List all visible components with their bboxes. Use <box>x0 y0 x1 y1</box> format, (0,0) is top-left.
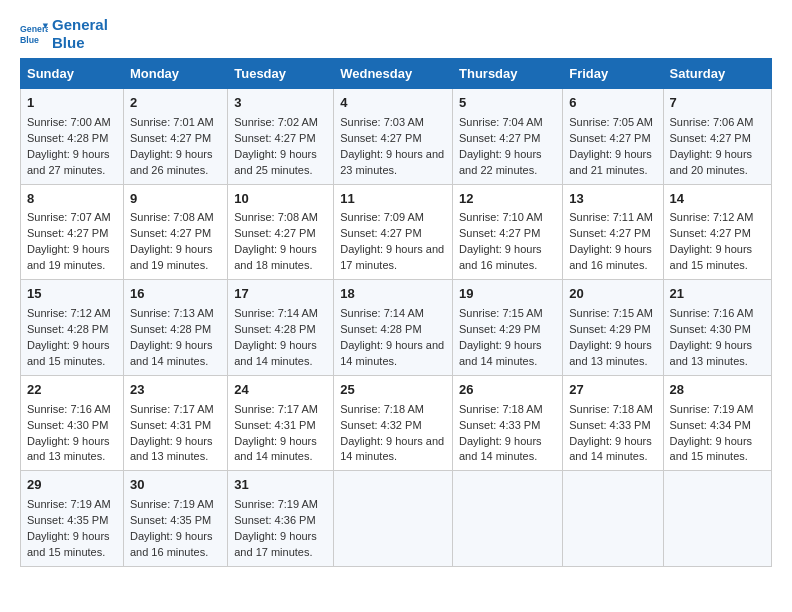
day-number: 29 <box>27 476 117 495</box>
logo: General Blue General Blue <box>20 16 108 52</box>
svg-text:Blue: Blue <box>20 35 39 45</box>
calendar-cell: 19Sunrise: 7:15 AMSunset: 4:29 PMDayligh… <box>453 280 563 376</box>
day-number: 3 <box>234 94 327 113</box>
daylight-label: Daylight: 9 hours and 16 minutes. <box>569 243 652 271</box>
sunset-label: Sunset: 4:28 PM <box>130 323 211 335</box>
sunset-label: Sunset: 4:27 PM <box>569 227 650 239</box>
col-header-thursday: Thursday <box>453 59 563 89</box>
day-number: 19 <box>459 285 556 304</box>
sunset-label: Sunset: 4:27 PM <box>130 227 211 239</box>
calendar-cell: 7Sunrise: 7:06 AMSunset: 4:27 PMDaylight… <box>663 89 771 185</box>
header: General Blue General Blue <box>20 16 772 52</box>
calendar-cell: 20Sunrise: 7:15 AMSunset: 4:29 PMDayligh… <box>563 280 663 376</box>
day-number: 27 <box>569 381 656 400</box>
calendar-table: SundayMondayTuesdayWednesdayThursdayFrid… <box>20 58 772 567</box>
sunrise-label: Sunrise: 7:16 AM <box>670 307 754 319</box>
sunset-label: Sunset: 4:27 PM <box>569 132 650 144</box>
day-number: 14 <box>670 190 765 209</box>
day-number: 9 <box>130 190 221 209</box>
daylight-label: Daylight: 9 hours and 22 minutes. <box>459 148 542 176</box>
sunset-label: Sunset: 4:35 PM <box>130 514 211 526</box>
calendar-cell: 1Sunrise: 7:00 AMSunset: 4:28 PMDaylight… <box>21 89 124 185</box>
sunrise-label: Sunrise: 7:09 AM <box>340 211 424 223</box>
day-number: 26 <box>459 381 556 400</box>
sunset-label: Sunset: 4:27 PM <box>670 132 751 144</box>
daylight-label: Daylight: 9 hours and 16 minutes. <box>130 530 213 558</box>
day-number: 5 <box>459 94 556 113</box>
calendar-cell: 25Sunrise: 7:18 AMSunset: 4:32 PMDayligh… <box>334 375 453 471</box>
sunset-label: Sunset: 4:28 PM <box>27 132 108 144</box>
sunrise-label: Sunrise: 7:15 AM <box>459 307 543 319</box>
sunrise-label: Sunrise: 7:14 AM <box>234 307 318 319</box>
calendar-cell <box>563 471 663 567</box>
calendar-cell: 31Sunrise: 7:19 AMSunset: 4:36 PMDayligh… <box>228 471 334 567</box>
sunset-label: Sunset: 4:29 PM <box>569 323 650 335</box>
sunrise-label: Sunrise: 7:01 AM <box>130 116 214 128</box>
sunset-label: Sunset: 4:35 PM <box>27 514 108 526</box>
calendar-cell: 13Sunrise: 7:11 AMSunset: 4:27 PMDayligh… <box>563 184 663 280</box>
sunrise-label: Sunrise: 7:18 AM <box>459 403 543 415</box>
calendar-cell <box>663 471 771 567</box>
logo-icon: General Blue <box>20 20 48 48</box>
sunset-label: Sunset: 4:33 PM <box>569 419 650 431</box>
calendar-cell <box>453 471 563 567</box>
day-number: 15 <box>27 285 117 304</box>
day-number: 23 <box>130 381 221 400</box>
day-number: 25 <box>340 381 446 400</box>
sunset-label: Sunset: 4:36 PM <box>234 514 315 526</box>
calendar-cell: 14Sunrise: 7:12 AMSunset: 4:27 PMDayligh… <box>663 184 771 280</box>
sunset-label: Sunset: 4:33 PM <box>459 419 540 431</box>
daylight-label: Daylight: 9 hours and 14 minutes. <box>234 435 317 463</box>
sunrise-label: Sunrise: 7:17 AM <box>130 403 214 415</box>
sunset-label: Sunset: 4:30 PM <box>670 323 751 335</box>
sunrise-label: Sunrise: 7:16 AM <box>27 403 111 415</box>
calendar-cell: 29Sunrise: 7:19 AMSunset: 4:35 PMDayligh… <box>21 471 124 567</box>
day-number: 7 <box>670 94 765 113</box>
week-row-1: 1Sunrise: 7:00 AMSunset: 4:28 PMDaylight… <box>21 89 772 185</box>
daylight-label: Daylight: 9 hours and 13 minutes. <box>130 435 213 463</box>
calendar-cell: 30Sunrise: 7:19 AMSunset: 4:35 PMDayligh… <box>123 471 227 567</box>
sunset-label: Sunset: 4:28 PM <box>27 323 108 335</box>
sunrise-label: Sunrise: 7:12 AM <box>27 307 111 319</box>
day-number: 28 <box>670 381 765 400</box>
calendar-cell <box>334 471 453 567</box>
day-number: 16 <box>130 285 221 304</box>
daylight-label: Daylight: 9 hours and 19 minutes. <box>27 243 110 271</box>
daylight-label: Daylight: 9 hours and 18 minutes. <box>234 243 317 271</box>
daylight-label: Daylight: 9 hours and 25 minutes. <box>234 148 317 176</box>
day-number: 30 <box>130 476 221 495</box>
calendar-cell: 5Sunrise: 7:04 AMSunset: 4:27 PMDaylight… <box>453 89 563 185</box>
calendar-cell: 8Sunrise: 7:07 AMSunset: 4:27 PMDaylight… <box>21 184 124 280</box>
col-header-monday: Monday <box>123 59 227 89</box>
calendar-cell: 24Sunrise: 7:17 AMSunset: 4:31 PMDayligh… <box>228 375 334 471</box>
daylight-label: Daylight: 9 hours and 21 minutes. <box>569 148 652 176</box>
daylight-label: Daylight: 9 hours and 13 minutes. <box>670 339 753 367</box>
calendar-cell: 9Sunrise: 7:08 AMSunset: 4:27 PMDaylight… <box>123 184 227 280</box>
week-row-5: 29Sunrise: 7:19 AMSunset: 4:35 PMDayligh… <box>21 471 772 567</box>
day-number: 24 <box>234 381 327 400</box>
sunset-label: Sunset: 4:34 PM <box>670 419 751 431</box>
calendar-cell: 10Sunrise: 7:08 AMSunset: 4:27 PMDayligh… <box>228 184 334 280</box>
day-number: 17 <box>234 285 327 304</box>
sunset-label: Sunset: 4:27 PM <box>234 132 315 144</box>
sunset-label: Sunset: 4:27 PM <box>459 227 540 239</box>
daylight-label: Daylight: 9 hours and 14 minutes. <box>130 339 213 367</box>
logo-text: General Blue <box>52 16 108 52</box>
col-header-saturday: Saturday <box>663 59 771 89</box>
calendar-cell: 27Sunrise: 7:18 AMSunset: 4:33 PMDayligh… <box>563 375 663 471</box>
sunrise-label: Sunrise: 7:18 AM <box>340 403 424 415</box>
daylight-label: Daylight: 9 hours and 20 minutes. <box>670 148 753 176</box>
calendar-cell: 18Sunrise: 7:14 AMSunset: 4:28 PMDayligh… <box>334 280 453 376</box>
sunset-label: Sunset: 4:27 PM <box>670 227 751 239</box>
sunset-label: Sunset: 4:32 PM <box>340 419 421 431</box>
sunrise-label: Sunrise: 7:00 AM <box>27 116 111 128</box>
day-number: 31 <box>234 476 327 495</box>
sunset-label: Sunset: 4:28 PM <box>340 323 421 335</box>
calendar-cell: 2Sunrise: 7:01 AMSunset: 4:27 PMDaylight… <box>123 89 227 185</box>
calendar-cell: 4Sunrise: 7:03 AMSunset: 4:27 PMDaylight… <box>334 89 453 185</box>
daylight-label: Daylight: 9 hours and 14 minutes. <box>459 339 542 367</box>
daylight-label: Daylight: 9 hours and 26 minutes. <box>130 148 213 176</box>
day-number: 11 <box>340 190 446 209</box>
calendar-cell: 17Sunrise: 7:14 AMSunset: 4:28 PMDayligh… <box>228 280 334 376</box>
sunrise-label: Sunrise: 7:19 AM <box>670 403 754 415</box>
